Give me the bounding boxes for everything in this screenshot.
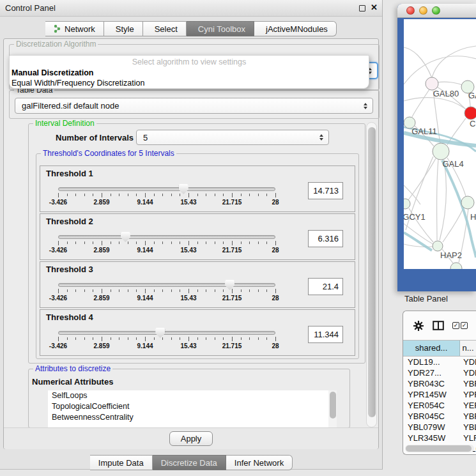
group-title: Interval Definition [33,119,96,128]
table-panel: ✓✓ shared... n... YDL19... YDL1 YDR27...… [403,311,476,455]
threshold-value-field[interactable]: 11.344 [308,326,343,343]
threshold-slider[interactable]: -3.4262.8599.14415.4321.71528 [58,184,275,208]
network-canvas[interactable]: GAL80GACGAL11GAL4GCY1HHAP2 [404,19,476,269]
network-edge[interactable] [432,46,476,78]
table-row[interactable]: YBL079W YBL0 [403,422,476,433]
gear-icon[interactable] [413,320,424,332]
top-tab[interactable]: jActiveMNodules [254,21,337,36]
numerical-attributes-list: SelfLoops TopologicalCoefficient Between… [48,390,337,427]
dropdown-option-list: Manual Discretization Equal Width/Freque… [10,68,369,88]
close-window-icon[interactable] [406,6,415,15]
threshold-slider[interactable]: -3.4262.8599.14415.4321.71528 [58,232,275,256]
tab-label: jActiveMNodules [266,24,328,34]
network-node[interactable] [426,77,438,90]
network-edge[interactable] [437,82,462,85]
network-edge[interactable] [443,208,463,242]
network-node[interactable] [433,241,443,251]
bottom-tab[interactable]: Impute Data [90,455,153,470]
bottom-tab-bar: Impute Data Discretize Data Infer Networ… [0,455,383,470]
cell-shared-name: YER054C [403,400,460,411]
table-row[interactable]: YBR045C YBR0 [403,411,476,422]
dropdown-option[interactable]: Manual Discretization [10,68,369,78]
stepper-arrows-icon [360,103,371,109]
network-edge[interactable] [404,244,433,247]
network-node[interactable] [404,199,410,209]
table-data-group: Table Data galFiltered.sif default node [9,90,380,119]
table-row[interactable]: YPR145W YPR1 [403,389,476,400]
cell-shared-name: YPR145W [403,389,460,400]
attribute-item[interactable]: BetweennessCentrality [48,412,328,423]
network-edge[interactable] [412,89,429,117]
attribute-item[interactable]: SelfLoops [48,390,328,401]
network-edge-highlighted[interactable] [442,160,476,257]
table-data-combobox[interactable]: galFiltered.sif default node [15,98,373,114]
table-panel-title: Table Panel [404,294,448,303]
threshold-slider[interactable]: -3.4262.8599.14415.4321.71528 [58,280,275,304]
content-vertical-scrollbar[interactable] [366,122,377,427]
bottom-tab[interactable]: Discretize Data [153,455,226,470]
attributes-group: Attributes to discretize Numerical Attri… [28,369,350,428]
slider-ticks [58,241,275,246]
slider-track[interactable] [58,187,275,191]
network-edge[interactable] [437,160,439,240]
split-view-icon[interactable] [433,321,444,330]
bottom-tab[interactable]: Infer Network [226,455,293,470]
network-window-titlebar [397,4,476,18]
table-horizontal-scrollbar[interactable] [405,445,474,452]
threshold-panel: Threshold 3 -3.4262.8599.14415.4321.7152… [40,261,355,308]
top-tab[interactable]: Select [143,21,187,36]
numerical-attributes-label: Numerical Attributes [32,377,113,387]
attribute-item[interactable]: TopologicalCoefficient [48,401,328,412]
slider-track[interactable] [58,235,275,239]
network-edge[interactable] [408,158,436,200]
threshold-value-field[interactable]: 6.316 [308,230,343,247]
tab-label: Impute Data [98,458,144,468]
network-node[interactable] [433,143,449,160]
tab-label: Style [116,24,134,34]
network-view-window: GAL80GACGAL11GAL4GCY1HHAP2 [397,4,476,291]
dropdown-option[interactable]: Equal Width/Frequency Discretization [10,78,369,88]
threshold-label: Threshold 2 [46,217,93,226]
network-node[interactable] [450,263,462,269]
slider-tick-labels: -3.4262.8599.14415.4321.71528 [58,342,275,350]
network-node[interactable] [461,196,474,209]
slider-track[interactable] [58,331,275,335]
checkbox-pair-icon[interactable]: ✓✓ [452,322,468,329]
threshold-value-field[interactable]: 21.4 [308,278,343,295]
top-tab-bar: Network Style Select Cyni Toolbox [0,21,382,36]
slider-tick-labels: -3.4262.8599.14415.4321.71528 [58,199,275,206]
minimize-window-icon[interactable] [419,6,427,15]
threshold-value-field[interactable]: 14.713 [308,182,343,199]
zoom-window-icon[interactable] [432,6,440,15]
threshold-slider[interactable]: -3.4262.8599.14415.4321.71528 [58,328,275,352]
top-tab[interactable]: Style [104,21,143,36]
table-row[interactable]: YLR345W YLR3 [403,433,476,443]
table-row[interactable]: YBR043C YBR0 [403,378,476,389]
top-tab[interactable]: Network [45,21,104,36]
threshold-label: Threshold 1 [46,169,93,178]
top-tab[interactable]: Cyni Toolbox [187,21,254,36]
cell-name: YER0 [460,400,476,411]
network-icon [54,24,61,33]
algorithm-dropdown-popup: Select algorithm to view settings Manual… [9,55,369,89]
network-node-label: HAP2 [440,250,462,260]
table-row[interactable]: YDR27... YDR2 [403,367,476,378]
slider-ticks [58,193,275,198]
column-header-shared-name[interactable]: shared... [403,341,460,356]
float-panel-icon[interactable] [359,5,365,12]
list-scrollbar[interactable] [328,390,337,427]
cell-shared-name: YDR27... [403,367,460,378]
dropdown-placeholder-item: Select algorithm to view settings [10,57,369,68]
table-row[interactable]: YDL19... YDL1 [403,357,476,367]
close-panel-icon[interactable]: ✕ [371,3,378,12]
apply-button[interactable]: Apply [169,431,213,446]
number-of-intervals-combobox[interactable]: 5 [136,130,329,145]
column-header-name[interactable]: n... [460,341,476,356]
network-node[interactable] [464,107,476,119]
threshold-panel: Threshold 2 -3.4262.8599.14415.4321.7152… [40,213,355,260]
network-edge[interactable] [404,56,476,84]
network-edge[interactable] [440,160,446,240]
network-edge[interactable] [404,47,432,78]
slider-track[interactable] [58,283,275,287]
table-row[interactable]: YER054C YER0 [403,400,476,411]
